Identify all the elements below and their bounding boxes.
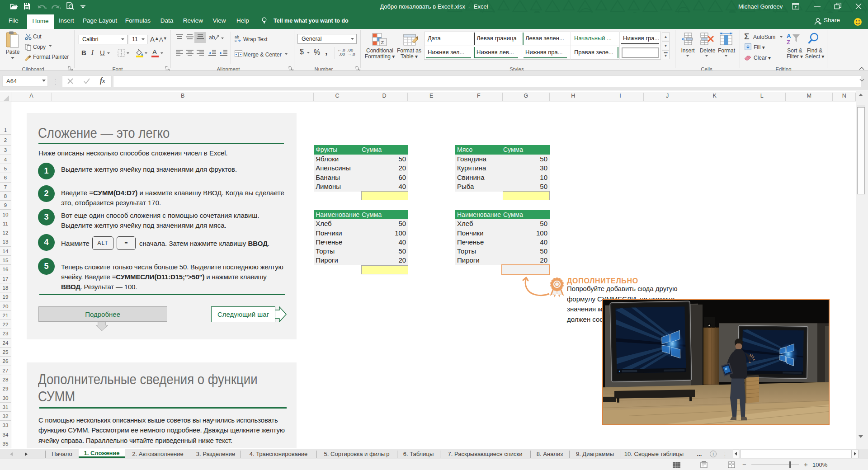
svg-text:A: A — [787, 33, 791, 39]
svg-text:c: c — [235, 38, 237, 42]
svg-text:≠: ≠ — [381, 39, 384, 46]
svg-text:Z: Z — [787, 39, 790, 45]
svg-text:ab: ab — [209, 34, 215, 41]
